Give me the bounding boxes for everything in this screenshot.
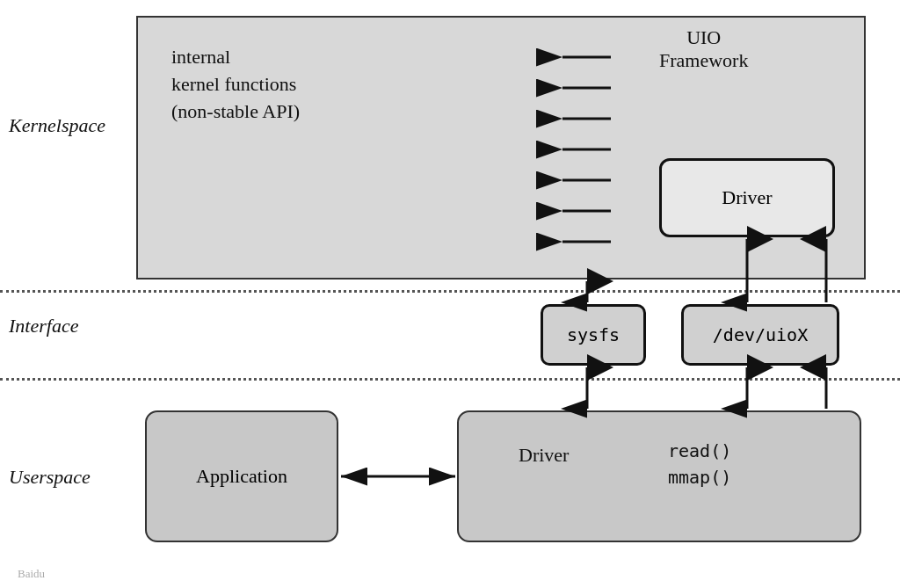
watermark: Baidu [18, 567, 45, 581]
interface-label: Interface [9, 315, 78, 338]
userspace-label: Userspace [9, 466, 91, 489]
divider-top [0, 290, 900, 293]
diagram-container: Kernelspace Interface Userspace internal… [0, 0, 900, 588]
userspace-driver-box [457, 410, 861, 542]
uio-framework-label: UIOFramework [659, 26, 748, 72]
userspace-driver-text: Driver [519, 444, 569, 467]
dev-uiox-box: /dev/uioX [681, 304, 839, 366]
divider-bottom [0, 378, 900, 381]
application-box: Application [145, 410, 338, 542]
read-mmap-text: read()mmap() [668, 438, 731, 490]
kernel-functions-text: internal kernel functions (non-stable AP… [171, 44, 300, 125]
driver-kernel-box: Driver [659, 158, 835, 237]
kernelspace-label: Kernelspace [9, 114, 105, 137]
sysfs-box: sysfs [541, 304, 646, 366]
